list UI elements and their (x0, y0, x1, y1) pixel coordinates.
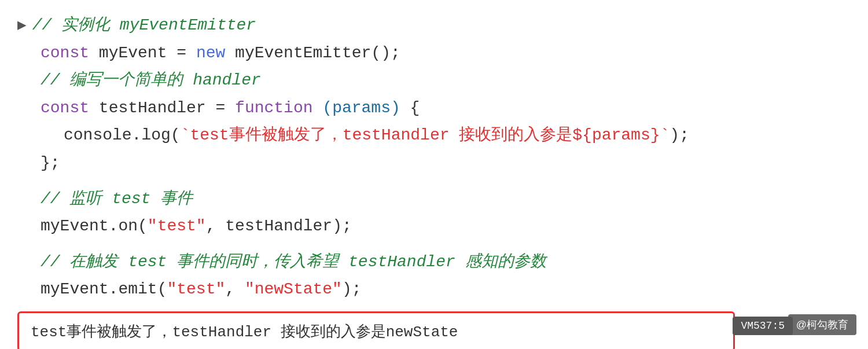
on-close: ); (332, 212, 352, 240)
string-test-2: "test" (167, 275, 225, 303)
output-row: test事件被触发了，testHandler 接收到的入参是newState (17, 307, 851, 349)
op-eq-1: = (167, 39, 196, 67)
keyword-const-2: const (41, 94, 99, 122)
close-brace: }; (41, 149, 60, 177)
output-box: test事件被触发了，testHandler 接收到的入参是newState (17, 311, 735, 349)
comma-2: , (225, 275, 245, 303)
var-testhandler: testHandler (99, 94, 206, 122)
code-line-8: // 监听 test 事件 (17, 185, 851, 213)
string-test-1: "test" (148, 212, 206, 240)
log-close: ); (670, 122, 689, 149)
code-line-12: myEvent.emit( "test" , "newState" ); (17, 275, 851, 303)
console-log: console.log( (64, 122, 181, 149)
keyword-const-1: const (41, 39, 99, 67)
code-line-6: }; (17, 149, 851, 177)
constructor-call: myEventEmitter(); (235, 39, 400, 67)
watermark-badge: @柯勾教育 (788, 314, 856, 335)
code-line-11: // 在触发 test 事件的同时，传入希望 testHandler 感知的参数 (17, 248, 851, 276)
code-line-1: ▶ // 实例化 myEventEmitter (17, 12, 851, 39)
keyword-function: function (235, 94, 322, 122)
watermark-text: @柯勾教育 (796, 319, 848, 330)
method-on: myEvent.on( (41, 212, 148, 240)
comment-2: // 编写一个简单的 handler (41, 67, 261, 94)
code-line-2: const myEvent = new myEventEmitter(); (17, 39, 851, 67)
func-param: (params) (322, 94, 400, 122)
code-line-5: console.log( `test事件被触发了，testHandler 接收到… (17, 122, 851, 149)
handler-ref: testHandler (225, 212, 332, 240)
code-line-9: myEvent.on( "test" , testHandler ); (17, 212, 851, 240)
code-line-4: const testHandler = function (params) { (17, 94, 851, 122)
comment-1: // 实例化 myEventEmitter (32, 12, 256, 39)
arrow-icon: ▶ (17, 13, 27, 38)
open-brace: { (400, 94, 420, 122)
code-line-3: // 编写一个简单的 handler (17, 67, 851, 94)
method-emit: myEvent.emit( (41, 275, 167, 303)
spacer-1 (17, 177, 851, 185)
vm-badge: VM537:5 (733, 317, 793, 335)
comment-4: // 在触发 test 事件的同时，传入希望 testHandler 感知的参数 (41, 248, 546, 276)
template-string: `test事件被触发了，testHandler 接收到的入参是${params}… (181, 122, 670, 149)
emit-close: ); (342, 275, 362, 303)
code-container: ▶ // 实例化 myEventEmitter const myEvent = … (0, 0, 868, 349)
spacer-2 (17, 240, 851, 248)
comment-3: // 监听 test 事件 (41, 185, 193, 213)
output-text: test事件被触发了，testHandler 接收到的入参是newState (31, 324, 458, 341)
var-myevent: myEvent (99, 39, 167, 67)
op-eq-2: = (206, 94, 235, 122)
string-newstate: "newState" (245, 275, 342, 303)
keyword-new: new (196, 39, 235, 67)
comma-1: , (206, 212, 226, 240)
vm-text: VM537:5 (741, 320, 785, 332)
